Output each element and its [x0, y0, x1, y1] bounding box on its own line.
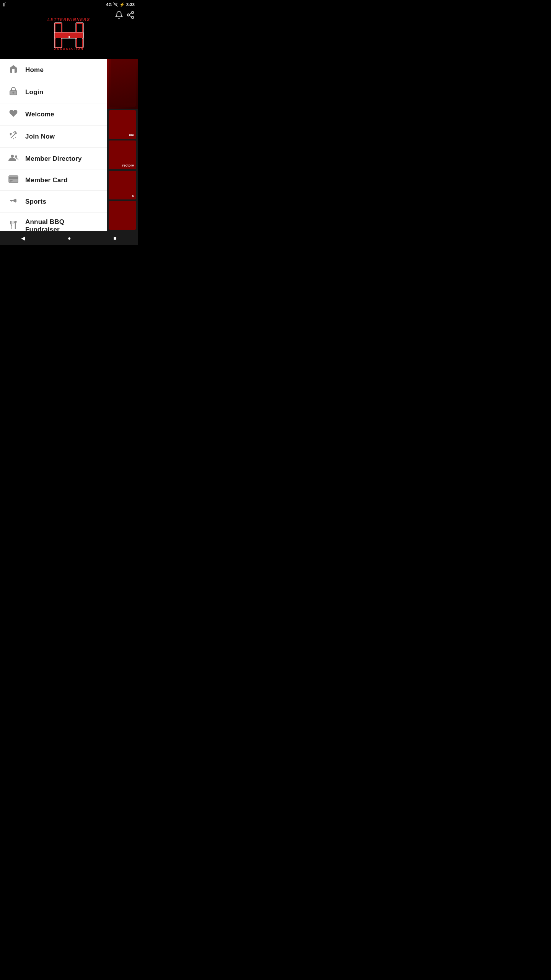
sidebar-item-label-bbq: Annual BBQ Fundraiser — [25, 218, 99, 231]
card-icon — [8, 175, 19, 185]
header-icons — [115, 11, 135, 21]
status-bar: 4G ⚡ 3:33 — [0, 0, 138, 9]
svg-text:H: H — [68, 35, 70, 39]
right-card-text-0: me — [129, 133, 134, 137]
svg-rect-8 — [77, 38, 82, 47]
sidebar-item-label-join-now: Join Now — [25, 133, 55, 140]
svg-point-26 — [11, 155, 14, 158]
svg-rect-31 — [10, 181, 11, 182]
right-panel: me rectory s — [107, 109, 138, 231]
logo-top-text: LETTERWINNERS — [47, 18, 90, 22]
svg-rect-7 — [55, 38, 61, 47]
svg-rect-0 — [3, 3, 4, 6]
svg-line-21 — [15, 137, 16, 138]
lock-icon — [8, 87, 19, 98]
sidebar-item-member-directory[interactable]: Member Directory — [0, 148, 107, 170]
sidebar-item-sports[interactable]: Sports — [0, 191, 107, 213]
svg-point-17 — [13, 92, 14, 93]
svg-point-27 — [15, 155, 17, 158]
sidebar-item-label-login: Login — [25, 88, 43, 96]
svg-line-14 — [129, 13, 132, 15]
logo-bottom-text: ASSOCIATION — [54, 47, 84, 51]
right-card-0: me — [109, 110, 136, 139]
drawer-menu: Home Login Welcome — [0, 59, 107, 231]
svg-point-10 — [132, 11, 134, 13]
home-icon — [8, 64, 19, 75]
signal-label: 4G — [106, 2, 112, 7]
sidebar-item-member-card[interactable]: Member Card — [0, 170, 107, 191]
sparkle-icon: ✦ ✦ — [8, 131, 19, 142]
svg-point-12 — [132, 16, 134, 18]
sidebar-item-home[interactable]: Home — [0, 59, 107, 81]
nav-back-button[interactable]: ◀ — [15, 233, 31, 243]
svg-point-11 — [127, 14, 130, 16]
recent-label: ■ — [113, 235, 116, 241]
back-label: ◀ — [21, 235, 25, 241]
svg-rect-30 — [10, 180, 13, 181]
logo: LETTERWINNERS H ASSOCIATION — [47, 18, 90, 51]
battery-icon: ⚡ — [119, 2, 125, 7]
time-label: 3:33 — [126, 2, 135, 7]
right-card-text-2: s — [132, 194, 134, 198]
sidebar-item-label-member-card: Member Card — [25, 176, 68, 184]
right-card-3 — [109, 201, 136, 230]
heart-icon — [8, 109, 19, 120]
nav-home-button[interactable]: ● — [62, 233, 77, 243]
svg-line-13 — [129, 15, 132, 17]
right-card-text-1: rectory — [122, 163, 134, 168]
fork-knife-icon — [8, 220, 19, 232]
home-label: ● — [68, 235, 71, 241]
sidebar-item-label-sports: Sports — [25, 198, 46, 206]
bottom-navigation: ◀ ● ■ — [0, 231, 138, 245]
megaphone-icon — [8, 196, 19, 207]
sidebar-item-label-home: Home — [25, 66, 44, 74]
svg-rect-5 — [55, 24, 61, 32]
sidebar-item-bbq[interactable]: Annual BBQ Fundraiser — [0, 213, 107, 231]
header: LETTERWINNERS H ASSOCIATION — [0, 9, 138, 59]
svg-text:✦: ✦ — [14, 131, 16, 133]
nav-recent-button[interactable]: ■ — [107, 233, 122, 243]
sidebar-item-login[interactable]: Login — [0, 81, 107, 103]
people-icon — [8, 153, 19, 164]
sidebar-item-welcome[interactable]: Welcome — [0, 103, 107, 126]
svg-rect-1 — [5, 2, 6, 3]
svg-rect-6 — [77, 24, 82, 32]
svg-text:✦: ✦ — [10, 133, 11, 135]
right-card-1: rectory — [109, 140, 136, 169]
status-bar-right: 4G ⚡ 3:33 — [106, 2, 135, 7]
status-bar-left — [3, 2, 8, 7]
notification-button[interactable] — [115, 11, 123, 21]
sidebar-item-join-now[interactable]: ✦ ✦ Join Now — [0, 126, 107, 148]
share-button[interactable] — [126, 11, 135, 21]
sidebar-item-label-member-directory: Member Directory — [25, 155, 82, 163]
sidebar-item-label-welcome: Welcome — [25, 111, 54, 118]
right-card-2: s — [109, 171, 136, 199]
logo-h-svg: H — [54, 22, 84, 49]
svg-rect-29 — [9, 177, 18, 179]
